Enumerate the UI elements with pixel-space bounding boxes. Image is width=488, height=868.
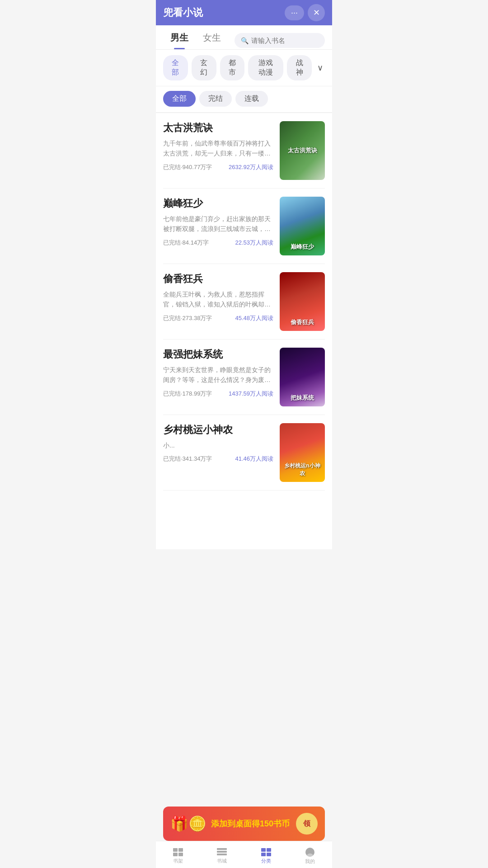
book-title-1: 巅峰狂少	[163, 197, 273, 210]
book-desc-1: 七年前他是豪门弃少，赶出家族的那天被打断双腿，流浪到三线城市云城，被一女子相救，…	[163, 214, 273, 234]
book-readers-1: 22.53万人阅读	[235, 239, 273, 247]
book-item-0[interactable]: 太古洪荒诀 九千年前，仙武帝尊率领百万神将打入太古洪荒，却无一人归来，只有一缕真…	[163, 113, 325, 189]
book-cover-1	[280, 197, 325, 255]
book-desc-2: 全能兵王叶枫，为救人质，惹怒指挥官，锒铛入狱，谁知入狱后的叶枫却进入了神龙组，以…	[163, 289, 273, 310]
genre-btn-all[interactable]: 全部	[163, 55, 188, 80]
book-cover-0	[280, 121, 325, 180]
book-readers-2: 45.48万人阅读	[235, 314, 273, 322]
book-item-2[interactable]: 偷香狂兵 全能兵王叶枫，为救人质，惹怒指挥官，锒铛入狱，谁知入狱后的叶枫却进入了…	[163, 264, 325, 340]
status-btn-all[interactable]: 全部	[163, 91, 196, 107]
promo-banner[interactable]: 🎁🪙 添加到桌面得150书币 领	[163, 807, 325, 841]
app-title: 兜看小说	[163, 6, 203, 19]
book-item-1[interactable]: 巅峰狂少 七年前他是豪门弃少，赶出家族的那天被打断双腿，流浪到三线城市云城，被一…	[163, 189, 325, 264]
book-cover-4	[280, 423, 325, 482]
status-filter: 全部 完结 连载	[156, 86, 332, 113]
nav-label-bookshelf: 书架	[173, 858, 183, 864]
close-button[interactable]: ✕	[308, 4, 325, 21]
search-input[interactable]	[251, 37, 319, 44]
search-box[interactable]: 🔍	[235, 33, 325, 48]
app-header: 兜看小说 ··· ✕	[156, 0, 332, 25]
book-desc-0: 九千年前，仙武帝尊率领百万神将打入太古洪荒，却无一人归来，只有一缕真火遗留世间。…	[163, 138, 273, 159]
book-meta-0: 已完结·940.77万字 2632.92万人阅读	[163, 163, 273, 171]
bottom-nav: 书架 书城 分类 我的	[156, 841, 332, 868]
book-desc-3: 宁天来到天玄世界，睁眼竟然是女子的闺房？等等，这是什么情况？身为废物的他，绝美至…	[163, 365, 273, 385]
bookshelf-icon	[173, 848, 183, 856]
status-btn-finished[interactable]: 完结	[199, 91, 232, 107]
genre-btn-youxi[interactable]: 游戏动漫	[248, 55, 283, 80]
tab-female[interactable]: 女生	[196, 32, 228, 49]
genre-btn-xuanhuan[interactable]: 玄幻	[192, 55, 216, 80]
more-button[interactable]: ···	[285, 5, 304, 20]
book-status-0: 已完结·940.77万字	[163, 163, 212, 171]
promo-gift-icon: 🎁🪙	[170, 815, 206, 832]
promo-prefix: 添加到桌面得	[211, 819, 260, 828]
book-title-2: 偷香狂兵	[163, 272, 273, 286]
book-meta-2: 已完结·273.38万字 45.48万人阅读	[163, 314, 273, 322]
book-item-4[interactable]: 乡村桃运小神农 小... 已完结·341.34万字 41.46万人阅读	[163, 415, 325, 491]
book-meta-4: 已完结·341.34万字 41.46万人阅读	[163, 455, 273, 463]
book-status-3: 已完结·178.99万字	[163, 390, 212, 398]
genre-expand-icon[interactable]: ∨	[315, 61, 325, 75]
promo-text: 添加到桌面得150书币	[211, 818, 291, 829]
book-readers-3: 1437.59万人阅读	[229, 390, 273, 398]
book-item-3[interactable]: 最强把妹系统 宁天来到天玄世界，睁眼竟然是女子的闺房？等等，这是什么情况？身为废…	[163, 340, 325, 415]
tabs-section: 男生 女生 🔍	[156, 25, 332, 50]
book-info-3: 最强把妹系统 宁天来到天玄世界，睁眼竟然是女子的闺房？等等，这是什么情况？身为废…	[163, 348, 273, 398]
bookstore-icon	[217, 848, 227, 856]
genre-filter: 全部 玄幻 都市 游戏动漫 战神 ∨	[156, 50, 332, 86]
nav-item-category[interactable]: 分类	[244, 841, 288, 868]
book-info-0: 太古洪荒诀 九千年前，仙武帝尊率领百万神将打入太古洪荒，却无一人归来，只有一缕真…	[163, 121, 273, 171]
nav-label-profile: 我的	[305, 858, 315, 865]
genre-btn-dushi[interactable]: 都市	[220, 55, 245, 80]
nav-label-category: 分类	[261, 858, 271, 864]
genre-btn-zhanshen[interactable]: 战神	[287, 55, 312, 80]
nav-item-profile[interactable]: 我的	[288, 841, 333, 868]
category-icon	[261, 848, 271, 856]
book-readers-4: 41.46万人阅读	[235, 455, 273, 463]
book-cover-2	[280, 272, 325, 331]
status-btn-ongoing[interactable]: 连载	[235, 91, 268, 107]
book-meta-3: 已完结·178.99万字 1437.59万人阅读	[163, 390, 273, 398]
book-info-1: 巅峰狂少 七年前他是豪门弃少，赶出家族的那天被打断双腿，流浪到三线城市云城，被一…	[163, 197, 273, 247]
book-status-2: 已完结·273.38万字	[163, 314, 212, 322]
book-info-2: 偷香狂兵 全能兵王叶枫，为救人质，惹怒指挥官，锒铛入狱，谁知入狱后的叶枫却进入了…	[163, 272, 273, 322]
book-status-4: 已完结·341.34万字	[163, 455, 212, 463]
nav-label-bookstore: 书城	[217, 858, 227, 864]
header-actions: ··· ✕	[285, 4, 325, 21]
nav-item-bookstore[interactable]: 书城	[200, 841, 244, 868]
book-title-4: 乡村桃运小神农	[163, 423, 273, 437]
search-icon: 🔍	[241, 37, 249, 44]
profile-icon	[305, 848, 314, 857]
book-title-3: 最强把妹系统	[163, 348, 273, 361]
book-cover-3	[280, 348, 325, 406]
book-meta-1: 已完结·84.14万字 22.53万人阅读	[163, 239, 273, 247]
promo-claim-button[interactable]: 领	[296, 813, 318, 835]
nav-item-bookshelf[interactable]: 书架	[156, 841, 200, 868]
book-status-1: 已完结·84.14万字	[163, 239, 209, 247]
book-list: 太古洪荒诀 九千年前，仙武帝尊率领百万神将打入太古洪荒，却无一人归来，只有一缕真…	[156, 113, 332, 549]
promo-highlight: 150书币	[260, 819, 290, 828]
book-title-0: 太古洪荒诀	[163, 121, 273, 135]
book-desc-4: 小...	[163, 440, 273, 450]
tab-male[interactable]: 男生	[163, 32, 196, 49]
book-readers-0: 2632.92万人阅读	[229, 163, 273, 171]
book-info-4: 乡村桃运小神农 小... 已完结·341.34万字 41.46万人阅读	[163, 423, 273, 463]
